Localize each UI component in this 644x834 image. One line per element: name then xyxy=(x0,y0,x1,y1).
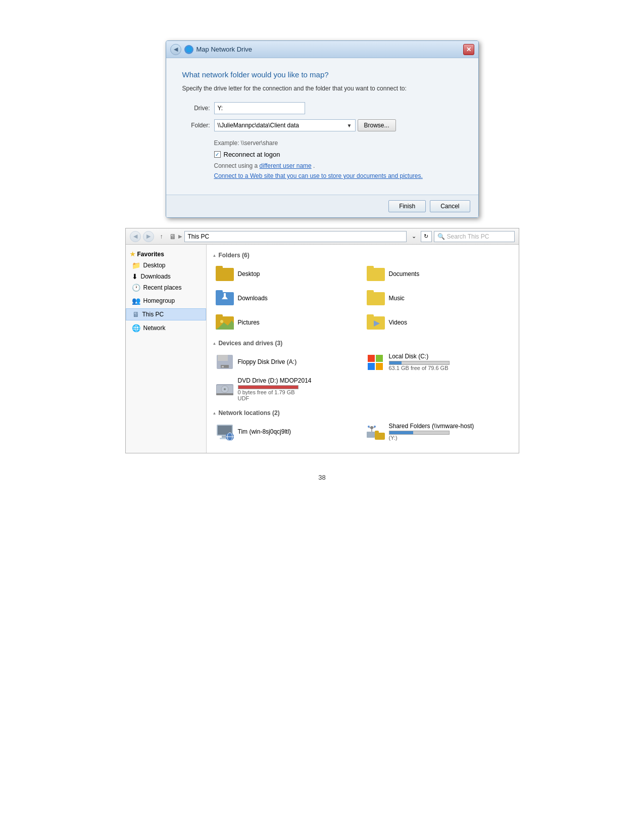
drives-grid: Floppy Disk Drive (A:) xyxy=(213,351,513,403)
dialog-footer: Finish Cancel xyxy=(166,195,478,217)
recent-places-icon: 🕐 xyxy=(132,284,140,292)
up-button[interactable]: ↑ xyxy=(156,231,167,242)
shared-info: Shared Folders (\\vmware-host) (Y:) xyxy=(389,423,474,441)
dvd-sublabel: 0 bytes free of 1.79 GB xyxy=(238,389,312,395)
back-button[interactable]: ◀ xyxy=(130,231,141,242)
sidebar-item-desktop[interactable]: 📁 Desktop xyxy=(126,260,206,271)
svg-rect-11 xyxy=(216,314,223,318)
refresh-button[interactable]: ⌄ xyxy=(409,231,420,242)
drive-dvd[interactable]: DVD Drive (D:) MDOP2014 0 bytes free of … xyxy=(213,375,362,403)
svg-rect-18 xyxy=(218,355,228,361)
address-bar[interactable]: This PC xyxy=(184,231,407,242)
forward-button[interactable]: ▶ xyxy=(143,231,154,242)
folder-desktop-label: Desktop xyxy=(238,270,260,277)
search-box[interactable]: 🔍 Search This PC xyxy=(434,231,515,242)
thispc-icon: 🖥 xyxy=(132,310,139,318)
homegroup-icon: 👥 xyxy=(132,297,140,305)
address-text: This PC xyxy=(188,233,210,240)
folder-dropdown[interactable]: \\JulieMannpc\data\Client data ▼ xyxy=(214,119,356,131)
dropdown-arrow-icon: ▼ xyxy=(347,123,352,128)
reconnect-label: Reconnect at logon xyxy=(224,151,280,158)
drive-input[interactable] xyxy=(214,102,305,114)
svg-rect-23 xyxy=(368,363,375,370)
connect-using-suffix: . xyxy=(313,162,315,169)
map-network-drive-dialog: ◀ 🌐 Map Network Drive ✕ What network fol… xyxy=(166,40,479,218)
sidebar-item-recent-places[interactable]: 🕐 Recent places xyxy=(126,282,206,293)
svg-rect-20 xyxy=(222,366,224,367)
dvd-info: DVD Drive (D:) MDOP2014 0 bytes free of … xyxy=(238,377,312,401)
svg-rect-38 xyxy=(375,433,385,440)
folder-label: Folder: xyxy=(182,122,210,129)
sidebar-item-homegroup[interactable]: 👥 Homegroup xyxy=(126,295,206,306)
sidebar-item-thispc[interactable]: 🖥 This PC xyxy=(126,308,206,320)
folder-music[interactable]: Music xyxy=(364,287,513,309)
svg-rect-9 xyxy=(367,290,374,294)
svg-rect-39 xyxy=(375,431,379,434)
folders-grid: Desktop Documents xyxy=(213,263,513,334)
different-user-link[interactable]: different user name xyxy=(260,162,312,169)
connect-web-link[interactable]: Connect to a Web site that you can use t… xyxy=(214,172,423,179)
thispc-nav-icon: 🖥 xyxy=(169,233,176,241)
dialog-form: Drive: Folder: \\JulieMannpc\data\Client… xyxy=(182,102,462,131)
favorites-star-icon: ★ xyxy=(130,251,135,258)
network-icon: 🌐 xyxy=(132,324,140,332)
folder-downloads[interactable]: Downloads xyxy=(213,287,362,309)
finish-button[interactable]: Finish xyxy=(388,200,426,212)
sidebar-item-downloads[interactable]: ⬇ Downloads xyxy=(126,271,206,282)
folder-pictures[interactable]: Pictures xyxy=(213,311,362,334)
pictures-folder-icon xyxy=(216,313,234,332)
folder-documents[interactable]: Documents xyxy=(364,263,513,285)
dvd-label: DVD Drive (D:) MDOP2014 xyxy=(238,377,312,384)
hdd-bar-fill xyxy=(389,361,402,364)
drive-floppy[interactable]: Floppy Disk Drive (A:) xyxy=(213,351,362,373)
folder-row: \\JulieMannpc\data\Client data ▼ Browse.… xyxy=(214,119,396,131)
downloads-folder-icon xyxy=(216,289,234,307)
network-header-text: Network locations (2) xyxy=(218,409,279,416)
shared-label: Shared Folders (\\vmware-host) xyxy=(389,423,474,430)
dialog-back-button[interactable]: ◀ xyxy=(170,44,181,55)
connect-user-row: Connect using a different user name . xyxy=(214,162,462,169)
drive-local-c[interactable]: Local Disk (C:) 63.1 GB free of 79.6 GB xyxy=(364,351,513,373)
dialog-close-button[interactable]: ✕ xyxy=(463,44,474,55)
folder-videos[interactable]: Videos xyxy=(364,311,513,334)
refresh-icon-button[interactable]: ↻ xyxy=(421,231,432,242)
sidebar-item-network[interactable]: 🌐 Network xyxy=(126,322,206,334)
shared-sublabel: (Y:) xyxy=(389,435,474,441)
sidebar-network-section: 🌐 Network xyxy=(126,322,206,334)
connect-web-row: Connect to a Web site that you can use t… xyxy=(214,172,462,179)
cancel-button[interactable]: Cancel xyxy=(430,200,470,212)
sidebar-thispc-label: This PC xyxy=(142,311,164,318)
example-text: Example: \\server\share xyxy=(214,140,462,147)
explorer-toolbar: ◀ ▶ ↑ 🖥 ▶ This PC ⌄ ↻ 🔍 Search This PC xyxy=(126,228,519,245)
folder-pictures-label: Pictures xyxy=(238,319,260,326)
folder-downloads-label: Downloads xyxy=(238,295,268,302)
browse-button[interactable]: Browse... xyxy=(358,119,396,131)
svg-rect-5 xyxy=(216,290,223,294)
folder-desktop[interactable]: Desktop xyxy=(213,263,362,285)
network-section-header: Network locations (2) xyxy=(213,409,513,416)
sidebar-desktop-label: Desktop xyxy=(143,262,166,269)
svg-rect-15 xyxy=(367,314,374,318)
network-tim[interactable]: Tim (win-8sj0qcj9ltl) xyxy=(213,421,362,443)
svg-rect-21 xyxy=(368,355,375,362)
dialog-content: What network folder would you like to ma… xyxy=(166,58,478,195)
computer-network-icon xyxy=(216,423,234,441)
network-shared[interactable]: Shared Folders (\\vmware-host) (Y:) xyxy=(364,421,513,443)
folders-section-header: Folders (6) xyxy=(213,252,513,259)
hdd-info: Local Disk (C:) 63.1 GB free of 79.6 GB xyxy=(389,353,450,371)
sidebar-favorites-label: Favorites xyxy=(137,251,164,258)
dialog-title: Map Network Drive xyxy=(196,45,253,53)
svg-rect-29 xyxy=(216,393,233,395)
dialog-titlebar: ◀ 🌐 Map Network Drive ✕ xyxy=(166,41,478,58)
shared-bar-fill xyxy=(389,431,413,434)
reconnect-checkbox[interactable]: ✓ xyxy=(214,151,221,158)
network-grid: Tim (win-8sj0qcj9ltl) xyxy=(213,421,513,443)
dvd-bar-fill xyxy=(238,386,298,389)
network-drive-icon: 🌐 xyxy=(184,45,193,54)
drive-label: Drive: xyxy=(182,105,210,112)
hdd-icon xyxy=(367,353,385,371)
folder-videos-label: Videos xyxy=(389,319,407,326)
folder-value: \\JulieMannpc\data\Client data xyxy=(218,122,299,129)
dvd-bar-container xyxy=(238,385,299,389)
tim-label: Tim (win-8sj0qcj9ltl) xyxy=(238,428,291,435)
